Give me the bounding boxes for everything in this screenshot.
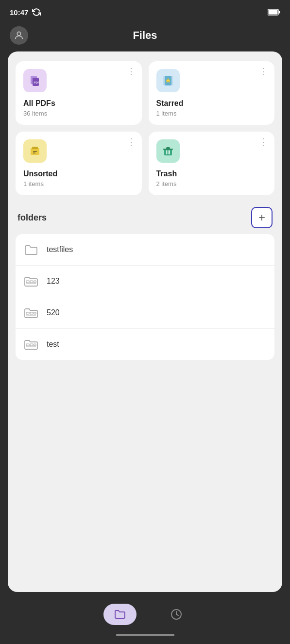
trash-icon <box>156 139 180 163</box>
svg-rect-12 <box>33 151 37 152</box>
unsorted-menu[interactable]: ⋮ <box>127 137 136 146</box>
all-pdfs-icon: PDF <box>23 69 47 92</box>
trash-menu[interactable]: ⋮ <box>259 137 269 146</box>
starred-count: 1 items <box>156 110 267 117</box>
all-pdfs-card[interactable]: ⋮ PDF All PDFs 36 items <box>16 61 142 125</box>
svg-rect-24 <box>26 312 29 314</box>
folder-name-520: 520 <box>47 308 60 317</box>
svg-rect-11 <box>32 147 38 149</box>
unsorted-title: Unsorted <box>23 169 134 178</box>
app-header: Files <box>0 24 290 51</box>
bottom-nav <box>0 597 290 630</box>
folder-filled-icon-test <box>23 338 39 351</box>
folder-item-123[interactable]: 123 <box>16 266 274 297</box>
svg-rect-25 <box>30 312 33 314</box>
category-grid: ⋮ PDF All PDFs 36 items ⋮ Starr <box>16 61 274 195</box>
folder-item-520[interactable]: 520 <box>16 297 274 329</box>
starred-icon <box>156 69 180 92</box>
folders-label: folders <box>17 213 47 223</box>
all-pdfs-menu[interactable]: ⋮ <box>127 67 136 76</box>
add-folder-button[interactable]: + <box>251 207 273 228</box>
sync-icon <box>32 8 41 17</box>
nav-files-button[interactable] <box>103 604 136 625</box>
main-card: ⋮ PDF All PDFs 36 items ⋮ Starr <box>8 51 282 592</box>
trash-count: 2 items <box>156 180 267 187</box>
svg-rect-26 <box>34 312 36 314</box>
unsorted-count: 1 items <box>23 180 134 187</box>
svg-rect-20 <box>26 281 29 283</box>
folder-item-test[interactable]: test <box>16 329 274 360</box>
svg-text:PDF: PDF <box>34 81 40 84</box>
starred-title: Starred <box>156 99 267 108</box>
status-bar: 10:47 <box>0 0 290 24</box>
folder-name-testfiles: testfiles <box>47 245 73 254</box>
folder-name-123: 123 <box>47 277 60 286</box>
folder-filled-icon-520 <box>23 306 39 320</box>
svg-rect-1 <box>269 10 278 15</box>
folder-item-testfiles[interactable]: testfiles <box>16 234 274 266</box>
svg-rect-28 <box>26 344 29 346</box>
unsorted-card[interactable]: ⋮ Unsorted 1 items <box>16 132 142 195</box>
svg-rect-13 <box>33 153 35 153</box>
unsorted-icon <box>23 139 47 163</box>
trash-title: Trash <box>156 169 267 178</box>
page-title: Files <box>133 29 157 42</box>
svg-rect-2 <box>279 11 280 14</box>
svg-rect-30 <box>34 344 36 346</box>
time-display: 10:47 <box>10 8 28 17</box>
svg-rect-22 <box>34 281 36 283</box>
folder-name-test: test <box>47 340 59 349</box>
battery-icon <box>268 9 280 16</box>
svg-rect-21 <box>30 281 33 283</box>
trash-card[interactable]: ⋮ Trash 2 items <box>149 132 275 195</box>
user-avatar[interactable] <box>10 26 28 45</box>
status-left: 10:47 <box>10 8 41 17</box>
starred-menu[interactable]: ⋮ <box>259 67 269 76</box>
folders-header: folders + <box>16 205 274 234</box>
home-indicator <box>0 630 290 644</box>
all-pdfs-title: All PDFs <box>23 99 134 108</box>
starred-card[interactable]: ⋮ Starred 1 items <box>149 61 275 125</box>
folder-list: testfiles 123 <box>16 234 274 360</box>
home-bar <box>116 634 174 636</box>
folder-empty-icon <box>23 243 39 256</box>
svg-rect-29 <box>30 344 33 346</box>
folder-filled-icon-123 <box>23 274 39 288</box>
svg-point-3 <box>17 32 20 35</box>
nav-recent-button[interactable] <box>166 604 187 625</box>
svg-rect-16 <box>163 149 173 150</box>
all-pdfs-count: 36 items <box>23 110 134 117</box>
